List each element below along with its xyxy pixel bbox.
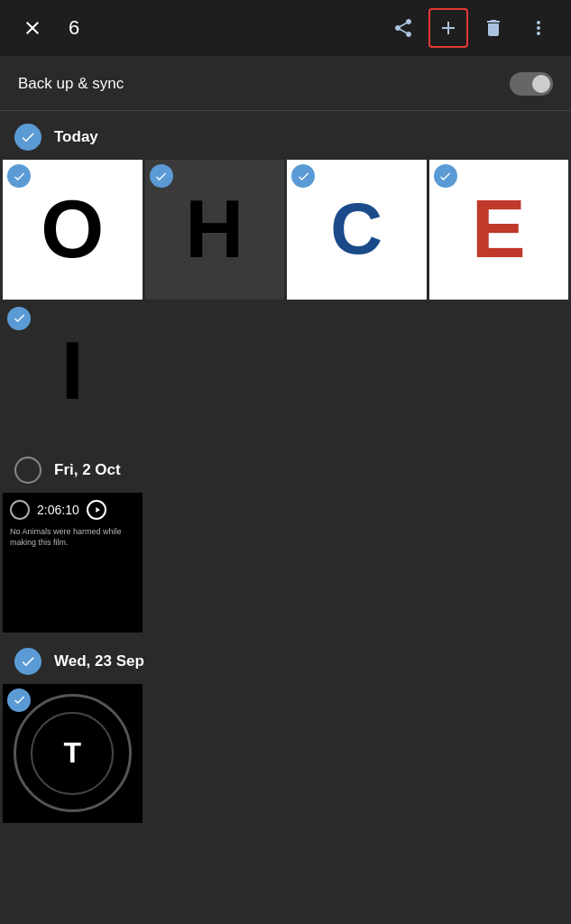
empty-9 <box>429 684 569 824</box>
video-item[interactable]: 2:06:10 No Animals were harmed while mak… <box>3 493 143 633</box>
fri-check[interactable] <box>14 457 41 484</box>
photo-E[interactable]: E <box>429 160 569 300</box>
today-photo-grid-row2: I <box>0 302 571 445</box>
wed-photo-grid: T <box>0 684 571 827</box>
backup-row: Back up & sync <box>0 56 571 110</box>
backup-label: Back up & sync <box>18 75 124 93</box>
video-time-row: 2:06:10 <box>10 500 106 520</box>
selection-count: 6 <box>69 16 79 40</box>
toggle-knob <box>532 75 550 93</box>
delete-button[interactable] <box>474 8 513 48</box>
circle-photo[interactable]: T <box>3 684 143 824</box>
circle-inner-letter: T <box>63 736 81 770</box>
wed-section-header: Wed, 23 Sep <box>0 635 571 684</box>
photo-C-check <box>291 164 315 188</box>
top-bar: 6 <box>0 0 571 56</box>
photo-E-check <box>434 164 457 188</box>
photo-O[interactable]: O <box>3 160 143 300</box>
today-photo-grid-row1: O H C E <box>0 160 571 302</box>
empty-2 <box>287 302 427 442</box>
empty-8 <box>287 684 427 824</box>
photo-C[interactable]: C <box>287 160 427 300</box>
wed-title: Wed, 23 Sep <box>54 652 144 670</box>
photo-O-check <box>7 164 31 188</box>
circle-photo-check <box>7 688 31 712</box>
circle-design: T <box>14 694 132 812</box>
empty-6 <box>429 493 569 633</box>
empty-4 <box>145 493 285 633</box>
play-button[interactable] <box>87 500 106 520</box>
fri-title: Fri, 2 Oct <box>54 461 121 479</box>
wed-check[interactable] <box>14 648 41 675</box>
today-check[interactable] <box>14 124 41 151</box>
add-button[interactable] <box>428 8 468 48</box>
fri-video-grid: 2:06:10 No Animals were harmed while mak… <box>0 493 571 635</box>
today-title: Today <box>54 128 98 146</box>
today-section-header: Today <box>0 111 571 160</box>
share-button[interactable] <box>383 8 423 48</box>
video-inner: 2:06:10 No Animals were harmed while mak… <box>3 493 143 633</box>
empty-1 <box>145 302 285 442</box>
video-check <box>10 500 30 520</box>
backup-toggle[interactable] <box>510 72 553 96</box>
top-bar-actions <box>383 8 558 48</box>
photo-I[interactable]: I <box>3 302 143 442</box>
fri-section-header: Fri, 2 Oct <box>0 444 571 493</box>
more-button[interactable] <box>519 8 558 48</box>
top-bar-left: 6 <box>13 8 383 48</box>
video-duration: 2:06:10 <box>37 503 79 517</box>
photo-H[interactable]: H <box>145 160 285 300</box>
photo-I-check <box>7 307 31 330</box>
empty-5 <box>287 493 427 633</box>
video-subtitle: No Animals were harmed while making this… <box>10 527 135 548</box>
close-button[interactable] <box>13 8 52 48</box>
photo-H-check <box>150 164 173 188</box>
empty-3 <box>429 302 569 442</box>
empty-7 <box>145 684 285 824</box>
